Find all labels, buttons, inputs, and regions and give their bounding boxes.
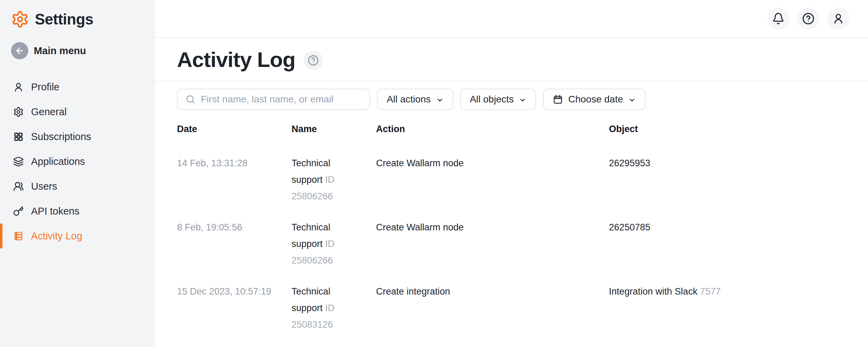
settings-gear-icon xyxy=(11,10,29,28)
cell-date: 8 Feb, 19:05:56 xyxy=(177,219,292,236)
cell-date: 14 Feb, 13:31:28 xyxy=(177,155,292,171)
settings-app: Settings Main menu Profile xyxy=(0,0,868,347)
grid-icon xyxy=(13,131,24,142)
page-header: Activity Log xyxy=(155,38,868,81)
table-row[interactable]: 15 Dec 2023, 10:57:19 Technical support … xyxy=(177,276,846,340)
sidebar-item-profile[interactable]: Profile xyxy=(0,75,155,99)
help-icon xyxy=(307,54,319,66)
search-box[interactable] xyxy=(177,89,370,110)
main-menu-label: Main menu xyxy=(34,45,86,57)
arrow-left-icon[interactable] xyxy=(11,42,28,59)
cell-object: Integration with Slack 7577 xyxy=(609,283,846,300)
table-header: Date Name Action Object xyxy=(177,121,846,137)
column-header-action: Action xyxy=(376,121,609,137)
notifications-button[interactable] xyxy=(767,8,789,30)
all-objects-dropdown[interactable]: All objects xyxy=(460,89,536,110)
cell-date: 15 Dec 2023, 10:57:19 xyxy=(177,283,292,300)
calendar-icon xyxy=(553,94,563,105)
log-rows-icon xyxy=(13,231,24,241)
chevron-down-icon xyxy=(628,96,636,104)
page-title: Activity Log xyxy=(177,47,295,72)
cell-name: Technical support ID 25083126 xyxy=(292,283,362,333)
column-header-name: Name xyxy=(292,121,376,137)
user-name: Technical support xyxy=(292,222,331,249)
chevron-down-icon xyxy=(519,96,526,104)
table-row[interactable]: 14 Feb, 13:31:28 Technical support ID 25… xyxy=(177,148,846,212)
sidebar-title: Settings xyxy=(35,11,93,28)
object-id: 7577 xyxy=(700,286,721,297)
cell-name: Technical support ID 25806266 xyxy=(292,155,362,205)
cell-action: Create Wallarm node xyxy=(376,155,609,171)
sidebar-item-label: Activity Log xyxy=(31,230,82,242)
column-header-date: Date xyxy=(177,121,292,137)
all-actions-label: All actions xyxy=(387,94,431,105)
sidebar: Settings Main menu Profile xyxy=(0,0,155,347)
sidebar-item-label: API tokens xyxy=(31,206,79,217)
filter-bar: All actions All objects xyxy=(177,89,846,110)
sidebar-item-users[interactable]: Users xyxy=(0,174,155,199)
sidebar-item-applications[interactable]: Applications xyxy=(0,149,155,174)
sidebar-item-general[interactable]: General xyxy=(0,99,155,124)
layers-icon xyxy=(13,156,24,167)
choose-date-label: Choose date xyxy=(568,94,623,105)
sidebar-nav: Profile General Subscriptions xyxy=(0,75,155,248)
search-input[interactable] xyxy=(201,89,362,109)
all-actions-dropdown[interactable]: All actions xyxy=(377,89,453,110)
bell-icon xyxy=(772,12,785,25)
sidebar-item-api-tokens[interactable]: API tokens xyxy=(0,199,155,224)
sidebar-item-activity-log[interactable]: Activity Log xyxy=(0,224,155,248)
topbar xyxy=(155,0,868,38)
table-row[interactable]: 8 Feb, 19:05:56 Technical support ID 258… xyxy=(177,212,846,276)
sidebar-item-label: General xyxy=(31,106,67,118)
sidebar-item-label: Profile xyxy=(31,81,59,93)
main-menu-back[interactable]: Main menu xyxy=(11,42,155,59)
user-icon xyxy=(832,12,845,25)
cell-object: 26250785 xyxy=(609,219,846,236)
cell-action: Create integration xyxy=(376,283,609,300)
key-icon xyxy=(13,206,24,217)
gear-icon xyxy=(13,107,24,117)
cell-name: Technical support ID 25806266 xyxy=(292,219,362,269)
cell-object: 26295953 xyxy=(609,155,846,171)
search-icon xyxy=(185,94,196,105)
page-help-button[interactable] xyxy=(304,51,323,70)
user-name: Technical support xyxy=(292,286,331,313)
sidebar-item-label: Users xyxy=(31,181,57,192)
content: All actions All objects xyxy=(155,81,868,347)
table-body: 14 Feb, 13:31:28 Technical support ID 25… xyxy=(177,148,846,340)
object-name: 26295953 xyxy=(609,158,650,168)
user-name: Technical support xyxy=(292,158,331,185)
cell-action: Create Wallarm node xyxy=(376,219,609,236)
sidebar-item-label: Applications xyxy=(31,156,85,167)
user-icon xyxy=(13,82,24,92)
sidebar-item-label: Subscriptions xyxy=(31,131,91,142)
account-button[interactable] xyxy=(827,8,849,30)
all-objects-label: All objects xyxy=(470,94,514,105)
column-header-object: Object xyxy=(609,121,846,137)
sidebar-header: Settings xyxy=(0,0,155,28)
users-icon xyxy=(13,181,24,192)
object-name: 26250785 xyxy=(609,222,650,232)
help-button[interactable] xyxy=(797,8,819,30)
choose-date-dropdown[interactable]: Choose date xyxy=(543,89,645,110)
object-name: Integration with Slack xyxy=(609,286,698,297)
help-icon xyxy=(802,12,815,25)
main-area: Activity Log All actions xyxy=(155,0,868,347)
chevron-down-icon xyxy=(436,96,444,104)
sidebar-item-subscriptions[interactable]: Subscriptions xyxy=(0,124,155,149)
